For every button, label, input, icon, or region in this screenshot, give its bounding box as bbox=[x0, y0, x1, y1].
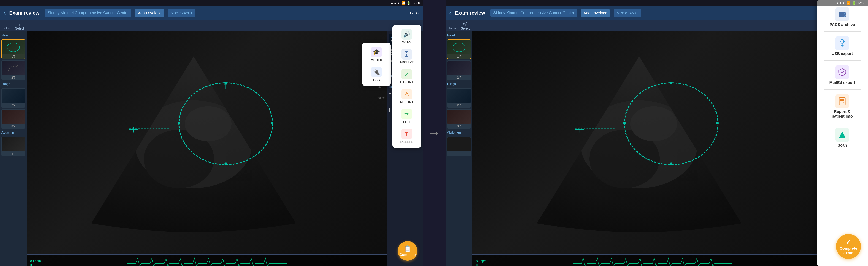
thumb-abdomen-image bbox=[2, 137, 25, 152]
scan-label: Scan bbox=[838, 143, 847, 148]
right-thumb-2[interactable]: 2/7 bbox=[447, 60, 471, 80]
thumb-lungs-image bbox=[2, 89, 25, 103]
pacs-label: PACS archive bbox=[830, 22, 855, 27]
popup-report-label: REPORT bbox=[400, 100, 413, 104]
right-select-icon: ◎ bbox=[463, 20, 467, 26]
right-select-button[interactable]: ◎ Select bbox=[461, 20, 470, 30]
right-thumb-sidebar: Heart 1/7 2/7 Lungs bbox=[446, 31, 472, 266]
svg-rect-28 bbox=[623, 122, 626, 124]
svg-point-34 bbox=[844, 15, 845, 16]
usb-export-button[interactable]: USB export bbox=[819, 34, 865, 58]
popup-delete-label: DELETE bbox=[400, 140, 413, 144]
right-thumb-2-image bbox=[447, 61, 471, 75]
popup-usb-label: USB bbox=[373, 78, 380, 82]
left-popup-small: 🎓 MEDED 🔌 USB bbox=[362, 43, 391, 86]
meded-export-icon bbox=[835, 65, 849, 79]
lungs-label: Lungs bbox=[1, 81, 25, 87]
right-thumb-lungs[interactable]: 2/7 bbox=[447, 88, 471, 108]
thumb-heart[interactable]: 1/7 bbox=[1, 39, 25, 59]
right-panel: ▲▲▲ 📶 🔋 12:30 ‹ Exam review Sidney Kimme… bbox=[446, 0, 868, 266]
svg-rect-41 bbox=[839, 98, 845, 105]
popup-archive-icon: 🗄 bbox=[401, 49, 412, 59]
svg-rect-13 bbox=[271, 122, 273, 124]
right-signal-icon: 📶 bbox=[847, 1, 850, 5]
thumb-lungs-counter: 2/7 bbox=[11, 104, 15, 107]
popup-usb-button[interactable]: 🔌 USB bbox=[364, 65, 389, 83]
filter-icon: ≡ bbox=[6, 20, 8, 26]
svg-point-5 bbox=[185, 106, 231, 141]
right-status-bar: ▲▲▲ 📶 🔋 12:30 bbox=[446, 0, 868, 6]
popup-meded-icon: 🎓 bbox=[371, 47, 382, 57]
left-complete-button[interactable]: 📋 Complete bbox=[398, 241, 417, 261]
popup-edit-button[interactable]: ✏ EDIT bbox=[394, 107, 419, 125]
popup-scan-label: SCAN bbox=[402, 41, 411, 44]
popup-meded-button[interactable]: 🎓 MEDED bbox=[364, 45, 389, 63]
popup-export-button[interactable]: ↗ EXPORT bbox=[394, 68, 419, 85]
right-time: 12:30 bbox=[857, 1, 865, 5]
divider-2 bbox=[824, 60, 861, 61]
right-complete-exam-button[interactable]: ✓ Completeexam bbox=[836, 234, 861, 259]
svg-point-35 bbox=[844, 16, 845, 17]
usb-export-icon bbox=[835, 36, 849, 50]
thumb-3-image bbox=[2, 110, 25, 124]
popup-report-icon: ⚠ bbox=[401, 89, 412, 99]
thumb-lungs[interactable]: 2/7 bbox=[1, 88, 25, 108]
right-back-button[interactable]: ‹ bbox=[449, 9, 452, 17]
right-thumb-heart[interactable]: 1/7 bbox=[447, 39, 471, 59]
right-thumb-3-image bbox=[447, 110, 471, 124]
popup-scan-button[interactable]: 🔊 SCAN bbox=[394, 28, 419, 46]
transition-arrow bbox=[423, 126, 446, 140]
thumb-heart-image bbox=[2, 40, 25, 54]
popup-export-icon: ↗ bbox=[401, 69, 412, 79]
left-hospital: Sidney Kimmel Comprehensive Cancer Cente… bbox=[45, 9, 131, 17]
popup-archive-button[interactable]: 🗄 ARCHIVE bbox=[394, 48, 419, 65]
right-ecg-info: 80 bpm II 35 mm/sec bbox=[476, 259, 492, 266]
right-header: ‹ Exam review Sidney Kimmel Comprehensiv… bbox=[446, 6, 868, 20]
popup-delete-button[interactable]: 🗑 DELETE bbox=[394, 127, 419, 145]
popup-report-button[interactable]: ⚠ REPORT bbox=[394, 87, 419, 105]
thumb-2-counter: 2/7 bbox=[11, 76, 15, 79]
popup-usb-icon: 🔌 bbox=[371, 67, 382, 77]
svg-rect-26 bbox=[670, 82, 673, 84]
scan-button[interactable]: Scan bbox=[819, 126, 865, 149]
right-thumb-lungs-counter: 2/7 bbox=[457, 104, 461, 107]
thumb-3[interactable]: 3/7 bbox=[1, 109, 25, 129]
thumb-abdomen-counter: □ bbox=[12, 152, 14, 155]
ecg-info: 80 bpm II 35 mm/sec bbox=[30, 259, 46, 266]
usb-export-label: USB export bbox=[832, 51, 853, 56]
report-patient-button[interactable]: Report & patient info bbox=[819, 92, 865, 121]
popup-archive-label: ARCHIVE bbox=[399, 60, 414, 64]
complete-exam-icon: ✓ bbox=[845, 238, 851, 246]
left-center-image: -0 -10 -15 -20 -25 -30 cm 80 bpm bbox=[27, 31, 387, 266]
right-thumb-abdomen[interactable]: □ bbox=[447, 137, 471, 156]
divider-1 bbox=[824, 31, 861, 32]
right-ecg-line bbox=[472, 257, 833, 266]
right-heart-label: Heart bbox=[447, 33, 471, 38]
thumb-2[interactable]: 2/7 bbox=[1, 60, 25, 80]
right-lungs-label: Lungs bbox=[447, 81, 471, 87]
meded-export-button[interactable]: MedEd export bbox=[819, 63, 865, 87]
svg-rect-14 bbox=[178, 122, 180, 124]
heart-label: Heart bbox=[1, 33, 25, 38]
left-back-button[interactable]: ‹ bbox=[4, 9, 6, 17]
meded-export-label: MedEd export bbox=[829, 80, 855, 85]
right-filter-button[interactable]: ≡ Filter bbox=[449, 20, 456, 30]
svg-rect-36 bbox=[841, 39, 843, 43]
left-select-button[interactable]: ◎ Select bbox=[15, 20, 24, 30]
right-wifi-icon: ▲▲▲ bbox=[836, 1, 845, 5]
left-header: ‹ Exam review Sidney Kimmel Comprehensiv… bbox=[0, 6, 423, 20]
right-thumb-3[interactable]: 3/7 bbox=[447, 109, 471, 129]
right-thumb-3-counter: 3/7 bbox=[457, 125, 461, 128]
right-toolbar: ≡ Filter ◎ Select bbox=[446, 20, 868, 31]
left-header-time: 12:30 bbox=[409, 11, 419, 15]
pacs-archive-button[interactable]: PACS archive bbox=[819, 5, 865, 29]
signal-icon: 📶 bbox=[401, 1, 405, 5]
right-filter-icon: ≡ bbox=[452, 20, 454, 26]
expanded-sidebar: PACS archive USB export bbox=[816, 0, 868, 266]
left-filter-button[interactable]: ≡ Filter bbox=[4, 20, 11, 30]
thumb-heart-counter: 1/7 bbox=[11, 55, 15, 58]
right-thumb-abdomen-image bbox=[447, 137, 471, 152]
battery-icon: 🔋 bbox=[407, 1, 410, 5]
select-icon: ◎ bbox=[18, 20, 22, 26]
thumb-abdomen[interactable]: □ bbox=[1, 137, 25, 156]
